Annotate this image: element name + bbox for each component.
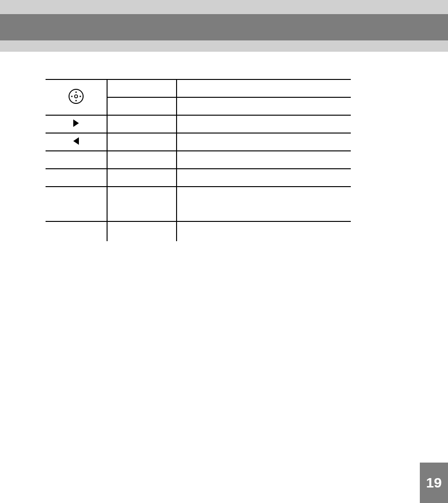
table-row	[46, 187, 351, 221]
play-right-icon	[73, 119, 79, 127]
icon-cell	[46, 133, 107, 151]
cell	[176, 133, 351, 151]
icon-cell	[46, 169, 107, 187]
page-number: 19	[426, 475, 441, 491]
table-row	[46, 151, 351, 169]
page-number-tab: 19	[420, 463, 448, 503]
table-row	[46, 115, 351, 133]
svg-point-2	[75, 91, 77, 93]
cell	[176, 169, 351, 187]
svg-point-3	[75, 100, 77, 101]
icon-cell	[46, 151, 107, 169]
movie-reel-icon	[68, 98, 84, 106]
cell	[176, 97, 351, 115]
svg-point-5	[79, 95, 81, 97]
table-row	[46, 169, 351, 187]
cell	[176, 79, 351, 97]
icon-cell	[46, 187, 107, 221]
cell	[107, 151, 176, 169]
table-row	[46, 133, 351, 151]
icon-cell	[46, 79, 107, 115]
table-column-divider-2	[176, 79, 177, 241]
header-dark-stripe	[0, 14, 448, 40]
play-left-icon	[73, 137, 79, 145]
cell	[107, 169, 176, 187]
cell	[107, 79, 176, 97]
svg-point-1	[75, 95, 77, 98]
cell	[176, 187, 351, 221]
icon-cell	[46, 115, 107, 133]
table	[46, 79, 351, 222]
svg-point-4	[71, 95, 72, 97]
table-column-divider-1	[107, 79, 108, 241]
reference-table	[46, 79, 351, 222]
cell	[107, 187, 176, 221]
cell	[107, 97, 176, 115]
cell	[176, 151, 351, 169]
cell	[107, 133, 176, 151]
cell	[107, 115, 176, 133]
table-row	[46, 79, 351, 97]
cell	[176, 115, 351, 133]
